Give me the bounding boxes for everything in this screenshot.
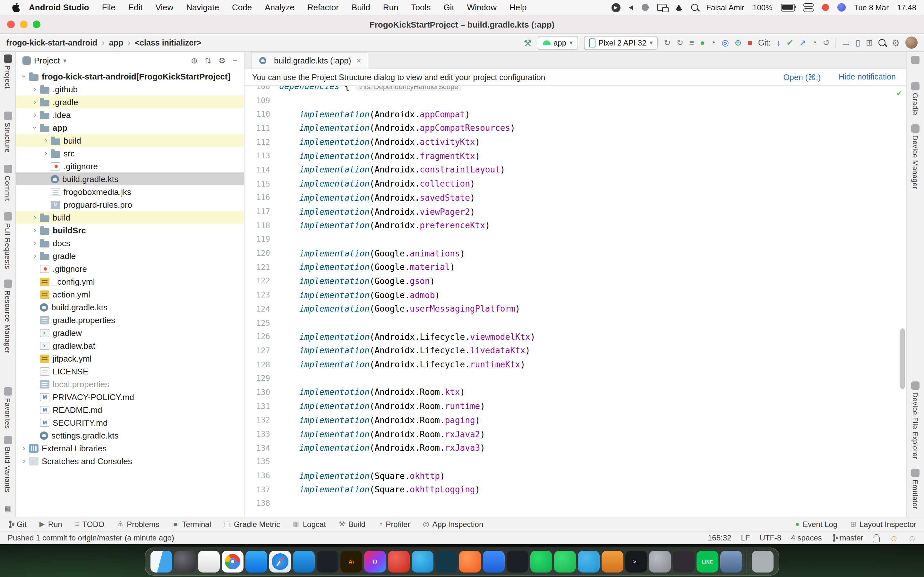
settings-gear-icon[interactable]: ⚙ — [892, 38, 900, 47]
dock-blue-circle-app[interactable] — [412, 551, 433, 572]
display-mirror-icon[interactable] — [657, 4, 666, 11]
dock-chrome[interactable] — [222, 551, 244, 572]
tool-stripe-commit[interactable]: Commit — [3, 164, 12, 201]
tree-item-scratches-and-consoles[interactable]: ›Scratches and Consoles — [16, 455, 244, 467]
tree-chevron-icon[interactable]: › — [31, 213, 39, 222]
code-text[interactable]: implementation(Google.gson) — [279, 276, 435, 286]
dock-launchpad[interactable] — [174, 551, 196, 572]
code-text[interactable]: implementation(Google.animations) — [279, 248, 465, 258]
minimize-window-button[interactable] — [20, 21, 27, 28]
dock-obs[interactable] — [673, 551, 695, 572]
tool-stripe-gradle[interactable]: Gradle — [911, 82, 919, 115]
toolwindow-event-log[interactable]: ●Event Log — [795, 520, 837, 529]
code-text[interactable]: implementation(Androidx.appCompatResourc… — [279, 123, 515, 133]
spotlight-search-icon[interactable] — [691, 4, 698, 11]
tree-item-buildsrc[interactable]: ›buildSrc — [16, 224, 244, 237]
tool-stripe-device-file-explorer[interactable]: Device File Explorer — [911, 382, 919, 459]
dock-blue-app[interactable] — [246, 551, 267, 572]
tree-chevron-icon[interactable]: › — [31, 85, 39, 93]
search-everywhere-icon[interactable] — [879, 39, 886, 46]
menu-refactor[interactable]: Refactor — [301, 3, 345, 12]
toolwindow-gradle-metric[interactable]: ▤Gradle Metric — [224, 520, 280, 529]
tool-stripe-pull-requests[interactable]: Pull Requests — [3, 213, 12, 269]
tree-item-frogoboxmedia-jks[interactable]: frogoboxmedia.jks — [16, 185, 244, 198]
app-inspect-icon[interactable]: ◎ — [722, 39, 729, 47]
tree-item-config-yml[interactable]: _config.yml — [16, 275, 244, 288]
dock-vscode[interactable] — [293, 551, 315, 572]
tree-item-build-gradle-kts[interactable]: build.gradle.kts — [16, 172, 244, 185]
sync-project-icon[interactable]: ↻ — [664, 39, 671, 47]
dock-navy-app[interactable] — [435, 551, 457, 572]
inspections-ok-icon[interactable]: ✔ — [897, 89, 901, 97]
code-text[interactable]: implementation(Androidx.Lifecycle.liveda… — [279, 346, 530, 356]
stop-icon[interactable]: ■ — [747, 39, 752, 47]
dock-illustrator[interactable]: Ai — [341, 551, 362, 572]
toolwindow-terminal[interactable]: ▣Terminal — [172, 520, 212, 529]
tree-chevron-icon[interactable]: › — [31, 226, 39, 235]
tree-item-action-yml[interactable]: action.yml — [16, 288, 244, 301]
tree-item-gradle-properties[interactable]: gradle.properties — [16, 314, 244, 326]
build-hammer-icon[interactable]: ⚒ — [523, 38, 531, 47]
toolwindow-problems[interactable]: ⚠Problems — [117, 520, 159, 529]
tree-item-readme-md[interactable]: README.md — [16, 403, 244, 416]
tree-item-build-gradle-kts[interactable]: build.gradle.kts — [16, 301, 244, 314]
run-config-select[interactable]: app ▾ — [537, 35, 578, 50]
wifi-icon[interactable] — [675, 4, 682, 11]
dock-dark-app[interactable] — [317, 551, 338, 572]
panel-settings-icon[interactable]: ⚙ — [218, 55, 226, 65]
tree-item-build[interactable]: ›build — [16, 134, 244, 147]
code-text[interactable]: implementation(Androidx.Room.ktx) — [279, 388, 465, 397]
zoom-window-button[interactable] — [33, 21, 40, 28]
dock-telegram[interactable] — [578, 551, 599, 572]
tree-chevron-icon[interactable]: › — [19, 72, 29, 81]
tree-item-gradlew[interactable]: gradlew — [16, 326, 244, 339]
sync-gradle-icon[interactable]: ↻ — [676, 39, 683, 47]
menu-navigate[interactable]: Navigate — [180, 3, 226, 12]
dock-blue-gray-app[interactable] — [720, 551, 742, 572]
tool-stripe-resource-manager[interactable]: Resource Manager — [3, 279, 12, 354]
code-text[interactable]: implementation(Androidx.constraintLayout… — [279, 165, 505, 175]
breadcrumb-item[interactable]: <class initializer> — [135, 38, 202, 47]
dock-finder[interactable] — [150, 551, 172, 572]
toolwindow-build[interactable]: ⚒Build — [339, 520, 365, 529]
toolwindow-switcher-icon[interactable]: ▦ — [5, 504, 11, 513]
push-icon[interactable]: ↗ — [799, 39, 806, 47]
menu-window[interactable]: Window — [460, 3, 503, 12]
code-text[interactable]: implementation(Androidx.viewPager2) — [279, 207, 475, 216]
menu-edit[interactable]: Edit — [122, 3, 149, 12]
toolwindow-git[interactable]: Git — [8, 520, 27, 529]
dock-red-app[interactable] — [388, 551, 410, 572]
git-branch-widget[interactable]: master — [832, 533, 863, 542]
notification-open-link[interactable]: Open (⌘;) — [783, 73, 821, 82]
code-text[interactable]: implementation(Androidx.collection) — [279, 179, 475, 189]
code-editor[interactable]: 108dependencies {this: DependencyHandler… — [244, 86, 906, 517]
dock-intellij-idea[interactable]: IJ — [364, 551, 386, 572]
rollback-icon[interactable]: ↺ — [822, 39, 830, 47]
toolwindow-logcat[interactable]: ▥Logcat — [293, 520, 326, 529]
code-text[interactable]: implementation(Androidx.preferenceKtx) — [279, 221, 490, 230]
device-mirror-icon[interactable]: ▭ — [842, 39, 850, 47]
tree-item-external-libraries[interactable]: ›External Libraries — [16, 442, 244, 455]
indent-widget[interactable]: 4 spaces — [791, 533, 822, 542]
dock-github[interactable] — [507, 551, 528, 572]
device-stream-icon[interactable]: ▯ — [856, 39, 860, 47]
debug-bug-icon[interactable]: ● — [700, 39, 705, 47]
chevron-down-icon[interactable]: ▾ — [63, 57, 66, 64]
code-text[interactable]: implementation(Square.okhttpLogging) — [279, 485, 480, 495]
hide-panel-icon[interactable]: − — [233, 55, 237, 65]
menubar-username[interactable]: Faisal Amir — [706, 3, 744, 12]
device-select[interactable]: Pixel 2 API 32 ▾ — [583, 35, 658, 50]
dock-safari[interactable] — [269, 551, 291, 572]
code-text[interactable]: implementation(Androidx.savedState) — [279, 193, 475, 203]
code-text[interactable]: implementation(Androidx.Room.runtime) — [279, 401, 485, 411]
tool-stripe-build-variants[interactable]: Build Variants — [3, 436, 12, 493]
tree-chevron-icon[interactable]: › — [42, 136, 50, 145]
tree-item-security-md[interactable]: SECURITY.md — [16, 416, 244, 429]
breadcrumb-item[interactable]: frogo-kick-start-android — [6, 38, 97, 47]
tree-item-jitpack-yml[interactable]: jitpack.yml — [16, 352, 244, 365]
volume-icon[interactable] — [628, 5, 633, 10]
user-avatar[interactable] — [905, 37, 918, 49]
tree-item-src[interactable]: ›src — [16, 147, 244, 160]
tree-item-build[interactable]: ›build — [16, 211, 244, 224]
feedback-smiley-gray-icon[interactable]: ☺ — [908, 534, 916, 542]
